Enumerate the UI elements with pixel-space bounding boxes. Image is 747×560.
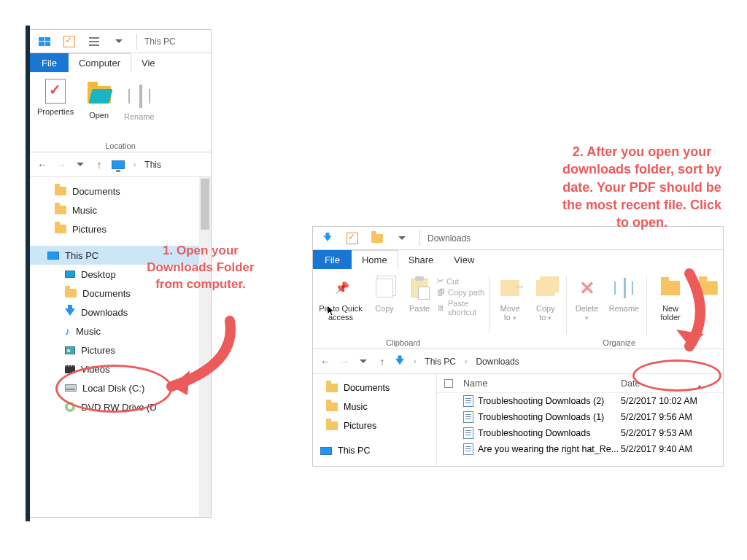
copyto-icon — [533, 275, 559, 301]
copypath-icon: 🗐 — [437, 288, 445, 297]
pin-icon: 📌 — [328, 275, 354, 301]
document-icon — [463, 395, 473, 407]
up-button[interactable]: ↑ — [93, 158, 106, 171]
annotation-step-2: 2. After you open your downloads folder,… — [554, 143, 729, 231]
open-icon — [86, 82, 112, 108]
tree-item-desktop[interactable]: Desktop — [313, 460, 436, 467]
chevron-right-icon[interactable]: › — [462, 357, 470, 365]
copy-label: Copy — [375, 304, 394, 313]
pasteshortcut-icon: 🗎 — [437, 303, 445, 312]
tree-item-this-pc[interactable]: This PC — [313, 441, 436, 460]
document-icon — [463, 443, 473, 455]
tree-item-music[interactable]: Music — [30, 201, 211, 219]
qat-menu-icon[interactable] — [84, 33, 104, 50]
folder-icon — [326, 384, 338, 392]
qat-properties-icon[interactable] — [342, 230, 363, 247]
forward-button[interactable]: → — [55, 158, 68, 171]
qat-properties-icon[interactable] — [59, 33, 80, 50]
ribbon-clipboard-small: ✂Cut 🗐Copy path 🗎Paste shortcut — [437, 273, 486, 349]
tree-item-pictures[interactable]: Pictures — [313, 416, 436, 435]
tree-label: Pictures — [81, 345, 115, 356]
copypath-button: 🗐Copy path — [437, 288, 486, 297]
folder-icon — [326, 402, 338, 411]
file-date: 5/2/2017 9:56 AM — [621, 412, 723, 422]
breadcrumb[interactable]: This — [144, 160, 161, 170]
titlebar: This PC — [30, 30, 211, 53]
ribbon-paste: Paste — [402, 273, 437, 349]
pasteshortcut-button: 🗎Paste shortcut — [437, 299, 486, 316]
up-button[interactable]: ↑ — [376, 355, 389, 368]
file-date: 5/2/2017 10:02 AM — [621, 396, 723, 406]
tree-item-documents[interactable]: Documents — [30, 182, 211, 201]
tree-item-documents[interactable]: Documents — [313, 378, 436, 397]
rename-icon — [611, 275, 637, 301]
ribbon-open[interactable]: Open — [82, 80, 117, 151]
file-row[interactable]: Are you wearing the right hat_Re... 5/2/… — [437, 441, 723, 457]
tab-share[interactable]: Share — [398, 250, 444, 269]
moveto-label: Move to ▾ — [497, 304, 524, 322]
ribbon-copy: Copy — [367, 273, 402, 349]
monitor-icon — [47, 252, 59, 260]
copyto-label: Copy to ▾ — [533, 304, 559, 322]
tree-label: Documents — [82, 288, 131, 299]
tree-item-pictures[interactable]: Pictures — [30, 219, 211, 238]
annotation-step-1: 1. Open your Downloads Folder from compu… — [139, 243, 263, 293]
ribbon: Properties Open Rename Location — [30, 72, 211, 152]
breadcrumb-downloads[interactable]: Downloads — [476, 357, 519, 367]
ribbon-copyto: Copy to ▾ — [528, 273, 563, 349]
ribbon-properties[interactable]: Properties — [33, 77, 78, 147]
tree-label: Music — [344, 402, 368, 412]
recent-dropdown-icon[interactable] — [74, 158, 87, 171]
ribbon-group-clipboard: Clipboard — [386, 338, 420, 347]
select-all-checkbox[interactable] — [437, 379, 460, 388]
scrollbar-thumb[interactable] — [201, 179, 209, 230]
file-name: Troubleshooting Downloads (1) — [478, 412, 604, 422]
paste-label: Paste — [409, 304, 430, 313]
back-button[interactable]: ← — [36, 158, 49, 171]
ribbon-pin[interactable]: 📌 Pin to Quick access — [314, 273, 367, 349]
folder-icon — [65, 289, 77, 298]
folder-icon — [55, 206, 66, 214]
cut-button: ✂Cut — [437, 276, 486, 286]
monitor-icon — [320, 447, 332, 455]
navigation-pane: Documents Music Pictures This PC Desktop — [313, 374, 437, 466]
file-row[interactable]: Troubleshooting Downloads (2) 5/2/2017 1… — [437, 393, 723, 409]
downloads-icon — [395, 358, 404, 365]
separator — [646, 276, 647, 334]
moveto-icon — [497, 275, 523, 301]
recent-dropdown-icon[interactable] — [357, 355, 370, 368]
desktop-icon — [333, 466, 344, 467]
tab-file[interactable]: File — [313, 250, 352, 269]
forward-button[interactable]: → — [338, 355, 351, 368]
properties-label: Properties — [37, 107, 74, 116]
column-header-name[interactable]: Name — [460, 378, 621, 389]
separator — [566, 276, 567, 334]
file-date: 5/2/2017 9:40 AM — [621, 444, 723, 454]
ribbon-delete: ✕ Delete ▾ — [570, 273, 605, 349]
file-row[interactable]: Troubleshooting Downloads 5/2/2017 9:53 … — [437, 425, 723, 441]
download-icon — [65, 308, 75, 316]
document-icon — [463, 427, 473, 439]
tree-label: Desktop — [349, 464, 383, 467]
tab-file[interactable]: File — [30, 53, 69, 72]
this-pc-icon — [112, 160, 125, 169]
ribbon-tabs: File Home Share View — [313, 250, 723, 269]
chevron-right-icon[interactable]: › — [411, 357, 419, 365]
file-name: Are you wearing the right hat_Re... — [478, 444, 619, 454]
qat-dropdown-icon[interactable] — [109, 33, 129, 50]
tab-view[interactable]: Vie — [131, 53, 166, 72]
qat-dropdown-icon[interactable] — [392, 230, 412, 247]
tab-home[interactable]: Home — [352, 250, 398, 269]
file-name: Troubleshooting Downloads (2) — [478, 396, 604, 406]
arrow-step-2 — [660, 270, 719, 365]
tree-label: Pictures — [344, 421, 376, 431]
chevron-right-icon[interactable]: › — [131, 160, 139, 168]
tab-view[interactable]: View — [444, 250, 484, 269]
tree-item-music[interactable]: Music — [313, 397, 436, 416]
file-row[interactable]: Troubleshooting Downloads (1) 5/2/2017 9… — [437, 409, 723, 425]
quick-access-toolbar — [313, 230, 417, 247]
qat-newfolder-icon[interactable] — [367, 230, 387, 247]
breadcrumb-this-pc[interactable]: This PC — [425, 357, 456, 367]
tab-computer[interactable]: Computer — [69, 53, 131, 72]
back-button[interactable]: ← — [319, 355, 332, 368]
